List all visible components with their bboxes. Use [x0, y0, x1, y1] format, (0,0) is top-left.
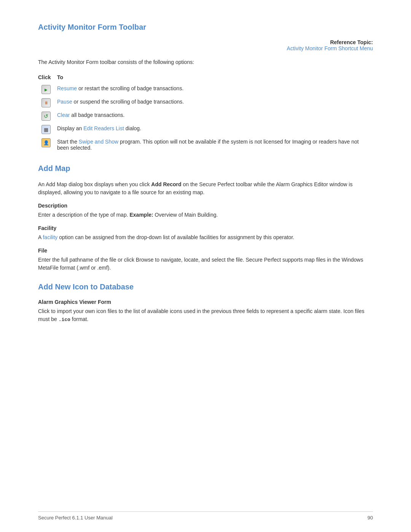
description-text: Enter a description of the type of map. …	[38, 211, 373, 219]
edit-readers-link-text[interactable]: Edit Readers List	[83, 125, 124, 131]
page-footer: Secure Perfect 6.1.1 User Manual 90	[38, 511, 373, 521]
pause-icon	[41, 98, 51, 107]
swipe-description: Start the Swipe and Show program. This o…	[57, 137, 373, 153]
toolbar-table: Click To Resume or restart the scrolling…	[38, 73, 373, 153]
description-example-bold: Example:	[129, 212, 153, 218]
facility-heading: Facility	[38, 225, 373, 231]
alarm-graphics-heading: Alarm Graphics Viewer Form	[38, 299, 373, 305]
toolbar-intro: The Activity Monitor Form toolbar consis…	[38, 59, 373, 65]
footer-right: 90	[368, 515, 373, 521]
section-title-toolbar: Activity Monitor Form Toolbar	[38, 23, 373, 32]
clear-icon	[41, 112, 51, 121]
resume-icon	[41, 85, 51, 94]
file-text: Enter the full pathname of the file or c…	[38, 256, 373, 272]
ico-code: .ico	[59, 317, 70, 323]
table-row: Clear all badge transactions.	[38, 110, 373, 123]
clear-description: Clear all badge transactions.	[57, 110, 373, 123]
resume-link-text[interactable]: Resume	[57, 85, 77, 91]
pause-description: Pause or suspend the scrolling of badge …	[57, 97, 373, 110]
addmap-bold: Add Record	[151, 181, 181, 187]
swipe-link-text[interactable]: Swipe and Show	[79, 139, 118, 145]
section-title-addicon: Add New Icon to Database	[38, 283, 373, 291]
facility-text: A facility option can be assigned from t…	[38, 233, 373, 241]
alarm-graphics-text: Click to import your own icon files to t…	[38, 307, 373, 324]
edit-readers-icon	[41, 125, 51, 134]
resume-description: Resume or restart the scrolling of badge…	[57, 83, 373, 97]
reference-label: Reference Topic:	[330, 39, 373, 45]
table-row: Display an Edit Readers List dialog.	[38, 123, 373, 137]
swipe-icon	[41, 138, 51, 147]
reference-link[interactable]: Activity Monitor Form Shortcut Menu	[38, 45, 373, 51]
description-heading: Description	[38, 203, 373, 209]
addmap-intro: An Add Map dialog box displays when you …	[38, 181, 373, 197]
file-heading: File	[38, 248, 373, 254]
table-row: Pause or suspend the scrolling of badge …	[38, 97, 373, 110]
footer-left: Secure Perfect 6.1.1 User Manual	[38, 515, 113, 521]
section-title-addmap: Add Map	[38, 164, 373, 173]
facility-link[interactable]: facility	[43, 234, 57, 240]
col-click-header: Click	[38, 73, 57, 83]
edit-readers-description: Display an Edit Readers List dialog.	[57, 123, 373, 137]
clear-link-text[interactable]: Clear	[57, 112, 70, 118]
table-row: Start the Swipe and Show program. This o…	[38, 137, 373, 153]
table-row: Resume or restart the scrolling of badge…	[38, 83, 373, 97]
pause-link-text[interactable]: Pause	[57, 99, 72, 105]
col-to-header: To	[57, 73, 373, 83]
